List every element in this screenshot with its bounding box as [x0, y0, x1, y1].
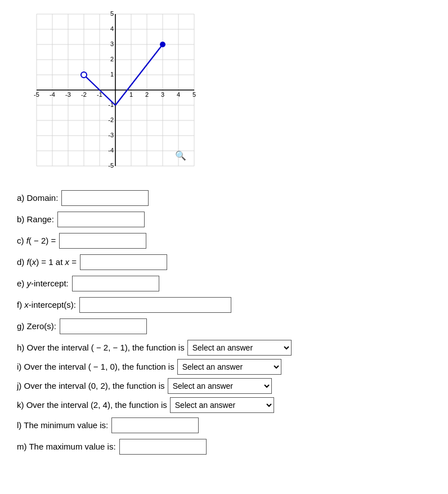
question-d: d) f(x) = 1 at x = — [17, 254, 437, 270]
question-k: k) Over the interval (2, 4), the functio… — [17, 397, 437, 413]
question-i: i) Over the interval ( − 1, 0), the func… — [17, 359, 437, 375]
input-min-value[interactable] — [111, 417, 199, 433]
input-max-value[interactable] — [119, 439, 207, 455]
label-d: d) f(x) = 1 at x = — [17, 255, 77, 269]
input-domain[interactable] — [61, 190, 149, 206]
label-f: f) x-intercept(s): — [17, 298, 76, 312]
question-h: h) Over the interval ( − 2, − 1), the fu… — [17, 340, 437, 356]
input-range[interactable] — [57, 212, 145, 227]
select-i[interactable]: Select an answer Increasing Decreasing C… — [177, 359, 281, 375]
graph-canvas — [17, 6, 203, 180]
question-f: f) x-intercept(s): — [17, 297, 437, 313]
input-y-intercept[interactable] — [72, 276, 159, 291]
question-g: g) Zero(s): — [17, 318, 437, 334]
label-b: b) Range: — [17, 213, 54, 226]
label-l: l) The minimum value is: — [17, 419, 108, 432]
select-k[interactable]: Select an answer Increasing Decreasing C… — [170, 397, 274, 413]
question-a: a) Domain: — [17, 190, 437, 206]
select-h[interactable]: Select an answer Increasing Decreasing C… — [187, 340, 292, 356]
question-m: m) The maximum value is: — [17, 439, 437, 455]
input-f-neg2[interactable] — [59, 233, 146, 249]
label-a: a) Domain: — [17, 191, 58, 205]
label-m: m) The maximum value is: — [17, 440, 116, 453]
label-i: i) Over the interval ( − 1, 0), the func… — [17, 360, 174, 374]
question-b: b) Range: — [17, 212, 437, 227]
label-j: j) Over the interval (0, 2), the functio… — [17, 379, 165, 393]
question-e: e) y-intercept: — [17, 276, 437, 291]
question-l: l) The minimum value is: — [17, 417, 437, 433]
label-k: k) Over the interval (2, 4), the functio… — [17, 398, 167, 412]
select-j[interactable]: Select an answer Increasing Decreasing C… — [168, 378, 272, 394]
questions-section: a) Domain: b) Range: c) f( − 2) = d) f(x… — [11, 190, 437, 455]
label-h: h) Over the interval ( − 2, − 1), the fu… — [17, 340, 185, 355]
question-j: j) Over the interval (0, 2), the functio… — [17, 378, 437, 394]
label-g: g) Zero(s): — [17, 320, 56, 333]
input-fx-eq1[interactable] — [80, 254, 167, 270]
label-e: e) y-intercept: — [17, 277, 69, 290]
label-c: c) f( − 2) = — [17, 234, 56, 248]
question-c: c) f( − 2) = — [17, 233, 437, 249]
graph-container — [17, 6, 208, 180]
input-x-intercepts[interactable] — [79, 297, 231, 313]
input-zeros[interactable] — [60, 318, 147, 334]
